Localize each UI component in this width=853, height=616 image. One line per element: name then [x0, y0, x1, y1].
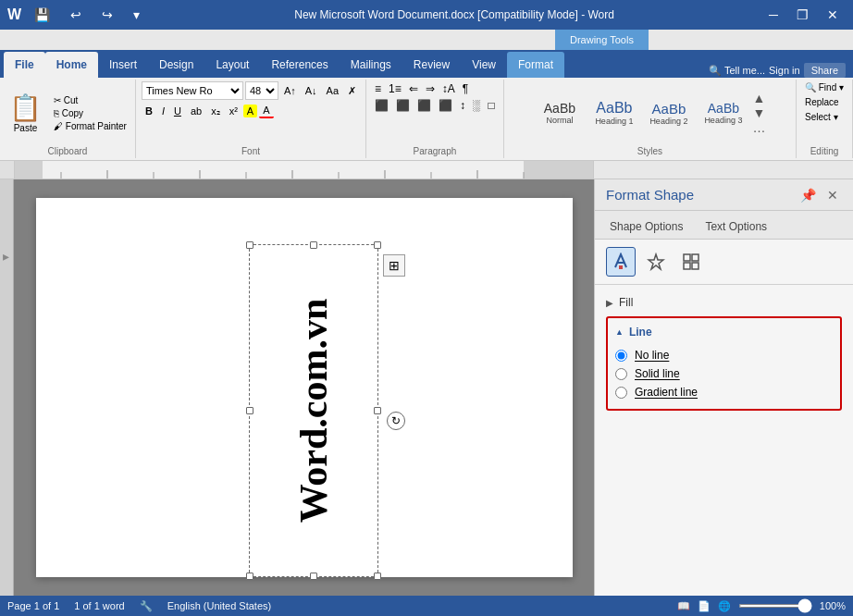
style-heading1[interactable]: AaBb Heading 1 — [588, 98, 639, 128]
font-size-select[interactable]: 48 — [245, 81, 278, 100]
styles-scroll[interactable]: ▲▼… — [752, 91, 765, 135]
handle-bottom-right[interactable] — [374, 573, 381, 580]
handle-top-right[interactable] — [374, 241, 381, 249]
close-button[interactable]: ✕ — [820, 6, 846, 24]
sort-button[interactable]: ↕A — [439, 81, 458, 96]
bullets-button[interactable]: ≡ — [372, 81, 384, 96]
handle-bottom-left[interactable] — [246, 573, 253, 580]
highlight-button[interactable]: A — [243, 105, 257, 117]
style-normal[interactable]: AaBb Normal — [534, 99, 585, 127]
customize-button[interactable]: ▾ — [126, 6, 147, 24]
numbering-button[interactable]: 1≡ — [386, 81, 404, 96]
no-line-radio[interactable] — [615, 350, 627, 362]
center-button[interactable]: ⬛ — [393, 98, 413, 113]
solid-line-radio[interactable] — [615, 368, 627, 380]
tab-design[interactable]: Design — [148, 52, 204, 78]
subscript-button[interactable]: x₂ — [207, 105, 224, 118]
find-button[interactable]: 🔍 Find ▾ — [802, 81, 847, 93]
strikethrough-button[interactable]: ab — [187, 105, 205, 117]
tab-layout[interactable]: Layout — [204, 52, 260, 78]
undo-button[interactable]: ↩ — [63, 6, 89, 24]
shrink-font-button[interactable]: A↓ — [302, 84, 321, 97]
panel-pin-button[interactable]: 📌 — [797, 188, 820, 203]
panel-close-button[interactable]: ✕ — [823, 188, 842, 203]
italic-button[interactable]: I — [158, 105, 168, 117]
tab-review[interactable]: Review — [402, 52, 461, 78]
panel-content: ▶ Fill Line No line Solid line Gradient … — [595, 285, 853, 596]
panel-controls: 📌 ✕ — [797, 188, 842, 203]
decrease-indent-button[interactable]: ⇐ — [406, 81, 421, 96]
tab-mailings[interactable]: Mailings — [340, 52, 402, 78]
layout-options-icon[interactable]: ⊞ — [383, 254, 405, 277]
format-painter-button[interactable]: 🖌 Format Painter — [51, 120, 130, 132]
change-case-button[interactable]: Aa — [323, 84, 342, 97]
line-section: Line No line Solid line Gradient line — [606, 316, 842, 411]
style-heading2[interactable]: AaBb Heading 2 — [643, 99, 694, 128]
superscript-button[interactable]: x² — [226, 105, 241, 117]
shading-button[interactable]: ░ — [470, 98, 484, 113]
align-right-button[interactable]: ⬛ — [414, 98, 434, 113]
styles-group: AaBb Normal AaBb Heading 1 AaBb Heading … — [504, 80, 797, 158]
save-button[interactable]: 💾 — [27, 6, 57, 24]
tab-insert[interactable]: Insert — [98, 52, 148, 78]
tab-text-options[interactable]: Text Options — [698, 216, 774, 239]
text-box-container[interactable]: Word.com.vn ⊞ ↻ — [249, 244, 378, 577]
justify-button[interactable]: ⬛ — [436, 98, 455, 113]
redo-button[interactable]: ↪ — [94, 6, 120, 24]
web-layout-icon[interactable]: 🌐 — [718, 600, 731, 612]
show-marks-button[interactable]: ¶ — [460, 81, 471, 96]
line-spacing-button[interactable]: ↕ — [457, 98, 468, 113]
page-status: Page 1 of 1 — [7, 600, 59, 611]
tab-view[interactable]: View — [461, 52, 507, 78]
clear-formatting-button[interactable]: ✗ — [344, 84, 360, 98]
grow-font-button[interactable]: A↑ — [280, 84, 300, 97]
restore-button[interactable]: ❐ — [789, 6, 816, 24]
tab-file[interactable]: File — [4, 52, 45, 78]
cut-button[interactable]: ✂ Cut — [51, 94, 130, 106]
print-layout-icon[interactable]: 📄 — [698, 600, 711, 612]
gradient-line-option[interactable]: Gradient line — [615, 383, 833, 401]
replace-button[interactable]: Replace — [802, 96, 847, 108]
effects-icon[interactable] — [641, 247, 671, 277]
select-button[interactable]: Select ▾ — [802, 111, 847, 123]
paragraph-row2: ⬛ ⬛ ⬛ ⬛ ↕ ░ □ — [372, 98, 498, 113]
font-color-button[interactable]: A — [259, 104, 273, 118]
handle-bottom-center[interactable] — [310, 573, 317, 580]
underline-button[interactable]: U — [170, 105, 185, 117]
tab-home[interactable]: Home — [45, 52, 98, 78]
fill-line-icon[interactable] — [606, 247, 636, 277]
tab-format[interactable]: Format — [507, 52, 564, 78]
handle-top-left[interactable] — [246, 241, 253, 249]
align-left-button[interactable]: ⬛ — [372, 98, 391, 113]
style-heading3[interactable]: AaBb Heading 3 — [698, 99, 748, 127]
format-shape-panel: Format Shape 📌 ✕ Shape Options Text Opti… — [594, 179, 853, 596]
editing-content: 🔍 Find ▾ Replace Select ▾ — [802, 81, 847, 144]
share-button[interactable]: Share — [804, 63, 846, 78]
handle-top-center[interactable] — [310, 241, 317, 249]
fill-section-header[interactable]: ▶ Fill — [606, 292, 842, 313]
style-h1-preview: AaBb — [596, 100, 632, 117]
sign-in[interactable]: Sign in — [769, 65, 800, 76]
font-name-select[interactable]: Times New Ro — [142, 81, 243, 100]
language-label: English (United States) — [167, 600, 272, 611]
line-section-title[interactable]: Line — [615, 326, 833, 339]
rotate-handle[interactable]: ↻ — [387, 412, 405, 430]
layout-properties-icon[interactable] — [676, 247, 706, 277]
ruler-right-panel — [594, 161, 853, 179]
handle-middle-left[interactable] — [246, 407, 253, 414]
tab-references[interactable]: References — [260, 52, 339, 78]
tell-me[interactable]: 🔍 Tell me... — [709, 65, 765, 77]
solid-line-option[interactable]: Solid line — [615, 364, 833, 383]
tab-shape-options[interactable]: Shape Options — [602, 216, 690, 239]
handle-middle-right[interactable] — [374, 407, 381, 414]
gradient-line-radio[interactable] — [615, 387, 627, 399]
bold-button[interactable]: B — [142, 105, 156, 117]
zoom-slider[interactable] — [738, 604, 812, 608]
no-line-option[interactable]: No line — [615, 346, 833, 364]
paste-button[interactable]: 📋 Paste — [6, 91, 45, 135]
copy-button[interactable]: ⎘ Copy — [51, 107, 130, 119]
borders-button[interactable]: □ — [486, 98, 498, 113]
minimize-button[interactable]: ─ — [761, 6, 785, 24]
increase-indent-button[interactable]: ⇒ — [423, 81, 438, 96]
read-mode-icon[interactable]: 📖 — [677, 600, 690, 612]
